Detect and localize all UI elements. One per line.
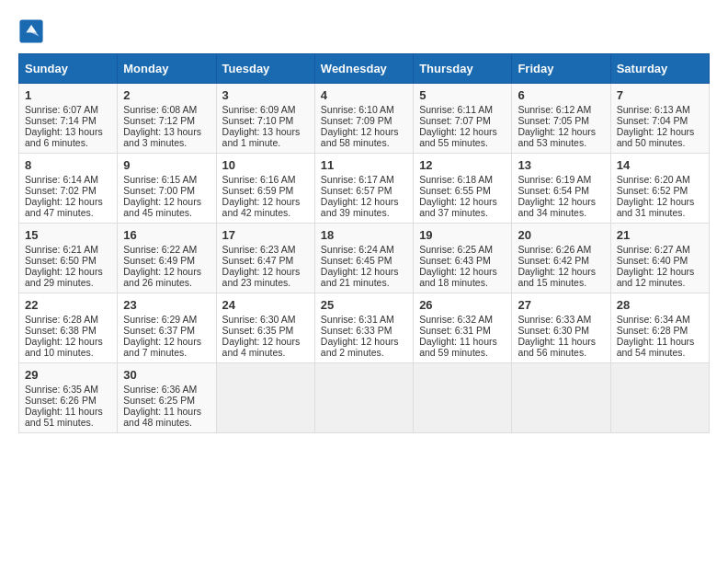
- calendar-cell: 10Sunrise: 6:16 AMSunset: 6:59 PMDayligh…: [216, 154, 314, 224]
- calendar-cell: 23Sunrise: 6:29 AMSunset: 6:37 PMDayligh…: [118, 293, 216, 363]
- daylight-text: Daylight: 13 hours and 3 minutes.: [123, 126, 210, 148]
- day-number: 11: [321, 158, 407, 172]
- calendar-cell: 5Sunrise: 6:11 AMSunset: 7:07 PMDaylight…: [414, 84, 512, 154]
- daylight-text: Daylight: 12 hours and 15 minutes.: [518, 266, 604, 288]
- sunset-text: Sunset: 6:49 PM: [123, 255, 210, 266]
- day-number: 7: [617, 88, 703, 102]
- day-number: 21: [617, 228, 703, 242]
- daylight-text: Daylight: 12 hours and 45 minutes.: [123, 196, 210, 218]
- daylight-text: Daylight: 12 hours and 21 minutes.: [321, 266, 407, 288]
- daylight-text: Daylight: 12 hours and 37 minutes.: [419, 196, 506, 218]
- sunset-text: Sunset: 6:28 PM: [617, 325, 703, 336]
- sunrise-text: Sunrise: 6:31 AM: [321, 314, 407, 325]
- calendar-week: 22Sunrise: 6:28 AMSunset: 6:38 PMDayligh…: [19, 293, 710, 363]
- sunrise-text: Sunrise: 6:30 AM: [222, 314, 309, 325]
- daylight-text: Daylight: 11 hours and 48 minutes.: [123, 406, 210, 428]
- daylight-text: Daylight: 12 hours and 2 minutes.: [321, 336, 407, 358]
- sunset-text: Sunset: 6:31 PM: [419, 325, 506, 336]
- calendar-cell: 14Sunrise: 6:20 AMSunset: 6:52 PMDayligh…: [610, 154, 709, 224]
- day-number: 18: [321, 228, 407, 242]
- daylight-text: Daylight: 12 hours and 29 minutes.: [25, 266, 111, 288]
- sunset-text: Sunset: 6:38 PM: [25, 325, 111, 336]
- sunrise-text: Sunrise: 6:12 AM: [518, 104, 604, 115]
- sunrise-text: Sunrise: 6:34 AM: [617, 314, 703, 325]
- sunrise-text: Sunrise: 6:27 AM: [617, 244, 703, 255]
- calendar-week: 1Sunrise: 6:07 AMSunset: 7:14 PMDaylight…: [19, 84, 710, 154]
- sunset-text: Sunset: 7:09 PM: [321, 115, 407, 126]
- sunrise-text: Sunrise: 6:15 AM: [123, 174, 210, 185]
- day-number: 29: [25, 368, 111, 382]
- calendar-cell: [216, 363, 314, 433]
- sunset-text: Sunset: 6:42 PM: [518, 255, 604, 266]
- calendar-cell: 30Sunrise: 6:36 AMSunset: 6:25 PMDayligh…: [118, 363, 216, 433]
- sunset-text: Sunset: 6:30 PM: [518, 325, 604, 336]
- day-number: 1: [25, 88, 111, 102]
- logo-icon: [18, 18, 44, 44]
- day-number: 16: [123, 228, 210, 242]
- sunset-text: Sunset: 7:10 PM: [222, 115, 309, 126]
- day-number: 26: [419, 298, 506, 312]
- day-number: 22: [25, 298, 111, 312]
- sunset-text: Sunset: 6:54 PM: [518, 185, 604, 196]
- calendar-cell: 28Sunrise: 6:34 AMSunset: 6:28 PMDayligh…: [610, 293, 709, 363]
- daylight-text: Daylight: 12 hours and 12 minutes.: [617, 266, 703, 288]
- day-number: 30: [123, 368, 210, 382]
- header-day: Friday: [512, 54, 610, 84]
- daylight-text: Daylight: 12 hours and 10 minutes.: [25, 336, 111, 358]
- sunset-text: Sunset: 6:35 PM: [222, 325, 309, 336]
- sunset-text: Sunset: 7:12 PM: [123, 115, 210, 126]
- sunset-text: Sunset: 6:59 PM: [222, 185, 309, 196]
- daylight-text: Daylight: 13 hours and 6 minutes.: [25, 126, 111, 148]
- sunrise-text: Sunrise: 6:26 AM: [518, 244, 604, 255]
- sunset-text: Sunset: 6:45 PM: [321, 255, 407, 266]
- header-day: Wednesday: [314, 54, 413, 84]
- header: [18, 18, 710, 44]
- daylight-text: Daylight: 12 hours and 50 minutes.: [617, 126, 703, 148]
- sunrise-text: Sunrise: 6:23 AM: [222, 244, 309, 255]
- sunrise-text: Sunrise: 6:22 AM: [123, 244, 210, 255]
- daylight-text: Daylight: 13 hours and 1 minute.: [222, 126, 309, 148]
- calendar-cell: 11Sunrise: 6:17 AMSunset: 6:57 PMDayligh…: [314, 154, 413, 224]
- calendar-cell: 21Sunrise: 6:27 AMSunset: 6:40 PMDayligh…: [610, 224, 709, 293]
- sunset-text: Sunset: 7:00 PM: [123, 185, 210, 196]
- sunset-text: Sunset: 6:47 PM: [222, 255, 309, 266]
- day-number: 3: [222, 88, 309, 102]
- day-number: 25: [321, 298, 407, 312]
- sunrise-text: Sunrise: 6:24 AM: [321, 244, 407, 255]
- calendar-cell: 12Sunrise: 6:18 AMSunset: 6:55 PMDayligh…: [414, 154, 512, 224]
- header-day: Thursday: [414, 54, 512, 84]
- calendar-cell: [512, 363, 610, 433]
- sunset-text: Sunset: 6:43 PM: [419, 255, 506, 266]
- day-number: 6: [518, 88, 604, 102]
- day-number: 4: [321, 88, 407, 102]
- daylight-text: Daylight: 12 hours and 53 minutes.: [518, 126, 604, 148]
- sunrise-text: Sunrise: 6:33 AM: [518, 314, 604, 325]
- calendar-cell: 22Sunrise: 6:28 AMSunset: 6:38 PMDayligh…: [19, 293, 118, 363]
- sunset-text: Sunset: 6:57 PM: [321, 185, 407, 196]
- calendar-cell: [610, 363, 709, 433]
- sunset-text: Sunset: 6:26 PM: [25, 395, 111, 406]
- day-number: 9: [123, 158, 210, 172]
- header-day: Monday: [118, 54, 216, 84]
- daylight-text: Daylight: 12 hours and 31 minutes.: [617, 196, 703, 218]
- sunset-text: Sunset: 6:55 PM: [419, 185, 506, 196]
- day-number: 8: [25, 158, 111, 172]
- daylight-text: Daylight: 12 hours and 7 minutes.: [123, 336, 210, 358]
- calendar-week: 15Sunrise: 6:21 AMSunset: 6:50 PMDayligh…: [19, 224, 710, 293]
- calendar-cell: 25Sunrise: 6:31 AMSunset: 6:33 PMDayligh…: [314, 293, 413, 363]
- day-number: 27: [518, 298, 604, 312]
- calendar-cell: 18Sunrise: 6:24 AMSunset: 6:45 PMDayligh…: [314, 224, 413, 293]
- calendar-cell: 2Sunrise: 6:08 AMSunset: 7:12 PMDaylight…: [118, 84, 216, 154]
- day-number: 2: [123, 88, 210, 102]
- daylight-text: Daylight: 12 hours and 34 minutes.: [518, 196, 604, 218]
- sunrise-text: Sunrise: 6:19 AM: [518, 174, 604, 185]
- calendar-cell: 1Sunrise: 6:07 AMSunset: 7:14 PMDaylight…: [19, 84, 118, 154]
- sunrise-text: Sunrise: 6:14 AM: [25, 174, 111, 185]
- calendar-cell: 13Sunrise: 6:19 AMSunset: 6:54 PMDayligh…: [512, 154, 610, 224]
- day-number: 17: [222, 228, 309, 242]
- daylight-text: Daylight: 12 hours and 23 minutes.: [222, 266, 309, 288]
- sunrise-text: Sunrise: 6:20 AM: [617, 174, 703, 185]
- day-number: 20: [518, 228, 604, 242]
- sunset-text: Sunset: 7:02 PM: [25, 185, 111, 196]
- sunset-text: Sunset: 6:50 PM: [25, 255, 111, 266]
